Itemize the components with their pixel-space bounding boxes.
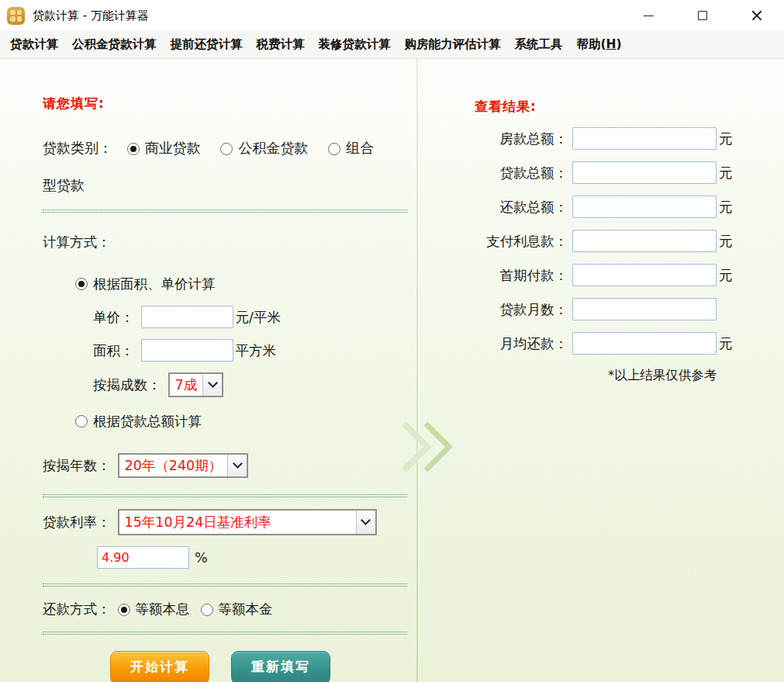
total-repayment-output[interactable] <box>572 196 717 218</box>
area-row: 面积： 平方米 <box>43 339 409 362</box>
dropdown-button[interactable] <box>227 455 247 476</box>
menu-help-prefix: 帮助( <box>577 37 606 51</box>
total-loan-output[interactable] <box>572 161 717 184</box>
chevron-down-icon <box>233 459 243 469</box>
menu-early-repay-calc[interactable]: 提前还贷计算 <box>164 33 250 56</box>
interest-rate-row: 贷款利率： 15年10月24日基准利率 <box>43 509 409 535</box>
app-icon <box>7 7 25 25</box>
radio-equal-principal[interactable]: 等额本金 <box>201 600 273 618</box>
radio-commercial-loan[interactable]: 商业贷款 <box>127 140 201 156</box>
radio-icon <box>220 143 233 155</box>
result-label: 月均还款： <box>475 334 568 353</box>
result-row-total-repayment: 还款总额： 元 <box>475 196 784 218</box>
result-row-total-interest: 支付利息款： 元 <box>475 230 784 252</box>
radio-fund-loan[interactable]: 公积金贷款 <box>220 140 308 156</box>
menu-help-suffix: ) <box>616 37 622 51</box>
yuan-suffix: 元 <box>719 334 733 353</box>
menu-system-tools[interactable]: 系统工具 <box>508 33 570 56</box>
repay-method-row: 还款方式： 等额本息 等额本金 <box>43 600 409 618</box>
interest-rate-select[interactable]: 15年10月24日基准利率 <box>118 509 377 535</box>
result-row-monthly-payment: 月均还款： 元 <box>475 332 784 355</box>
total-house-price-output[interactable] <box>572 127 717 150</box>
menu-renovation-loan-calc[interactable]: 装修贷款计算 <box>312 33 398 56</box>
radio-equal-installment[interactable]: 等额本息 <box>118 600 190 618</box>
mortgage-ratio-row: 按揭成数： 7成 <box>43 372 409 397</box>
menu-loan-calc[interactable]: 贷款计算 <box>3 33 65 56</box>
rate-percent-input[interactable] <box>97 546 189 569</box>
dropdown-button[interactable] <box>202 374 222 396</box>
unit-price-label: 单价： <box>93 308 134 327</box>
maximize-button[interactable] <box>675 0 730 31</box>
menu-fund-loan-calc[interactable]: 公积金贷款计算 <box>65 33 164 56</box>
menu-tax-calc[interactable]: 税费计算 <box>250 33 312 56</box>
radio-icon <box>75 278 88 290</box>
result-label: 贷款总额： <box>475 164 568 182</box>
menu-help-key: H <box>606 37 616 51</box>
dropdown-button[interactable] <box>356 511 375 534</box>
down-payment-output[interactable] <box>572 264 717 286</box>
results-rows: 房款总额： 元 贷款总额： 元 还款总额： 元 支付利息款： 元 首期付款： <box>475 127 784 355</box>
area-label: 面积： <box>93 341 134 360</box>
close-button[interactable] <box>730 0 784 31</box>
menu-help[interactable]: 帮助(H) <box>570 33 629 56</box>
chevron-down-icon <box>208 378 218 388</box>
loan-months-output[interactable] <box>572 298 717 320</box>
mortgage-ratio-label: 按揭成数： <box>93 376 161 394</box>
calculate-button[interactable]: 开始计算 <box>110 651 209 682</box>
radio-by-total[interactable]: 根据贷款总额计算 <box>43 412 409 431</box>
radio-icon <box>75 415 88 428</box>
result-label: 贷款月数： <box>475 300 568 319</box>
radio-commercial-loan-label: 商业贷款 <box>145 140 201 156</box>
total-interest-output[interactable] <box>572 230 717 252</box>
dotted-divider <box>43 209 407 213</box>
result-label: 首期付款： <box>475 266 568 285</box>
form-heading: 请您填写: <box>43 59 409 113</box>
dotted-divider <box>43 494 407 497</box>
area-input[interactable] <box>141 339 233 362</box>
unit-price-row: 单价： 元/平米 <box>43 306 409 328</box>
mortgage-years-label: 按揭年数： <box>43 456 111 475</box>
calc-method-label: 计算方式： <box>43 233 409 251</box>
main-content: 请您填写: 贷款类别： 商业贷款 公积金贷款 组合型贷款 计算方式： 根据面积、… <box>0 59 784 682</box>
area-suffix: 平方米 <box>236 341 277 360</box>
radio-icon <box>118 604 130 616</box>
radio-by-total-label: 根据贷款总额计算 <box>93 412 202 431</box>
unit-price-input[interactable] <box>141 306 233 328</box>
minimize-button[interactable] <box>621 0 675 31</box>
result-row-total-loan: 贷款总额： 元 <box>475 161 784 184</box>
results-heading: 查看结果: <box>475 59 784 116</box>
minimize-icon <box>644 16 654 16</box>
radio-equal-installment-label: 等额本息 <box>136 601 190 617</box>
result-row-loan-months: 贷款月数： <box>475 298 784 320</box>
mortgage-ratio-select[interactable]: 7成 <box>168 372 224 397</box>
result-label: 还款总额： <box>475 198 568 216</box>
radio-equal-principal-label: 等额本金 <box>219 601 273 617</box>
reset-button[interactable]: 重新填写 <box>231 651 330 682</box>
title-bar: 贷款计算 - 万能计算器 <box>0 0 784 31</box>
percent-suffix: % <box>195 550 208 566</box>
menu-bar: 贷款计算 公积金贷款计算 提前还贷计算 税费计算 装修贷款计算 购房能力评估计算… <box>0 31 784 59</box>
input-panel: 请您填写: 贷款类别： 商业贷款 公积金贷款 组合型贷款 计算方式： 根据面积、… <box>0 59 416 682</box>
result-row-down-payment: 首期付款： 元 <box>475 264 784 286</box>
dotted-divider <box>43 583 407 587</box>
menu-affordability-calc[interactable]: 购房能力评估计算 <box>398 33 508 56</box>
monthly-payment-output[interactable] <box>572 332 717 355</box>
radio-icon <box>127 143 140 155</box>
loan-type-label: 贷款类别： <box>43 140 112 156</box>
rate-percent-row: % <box>43 546 409 569</box>
mortgage-years-row: 按揭年数： 20年（240期） <box>43 453 409 478</box>
radio-icon <box>328 143 340 155</box>
result-row-total-house-price: 房款总额： 元 <box>475 127 784 150</box>
radio-icon <box>201 604 213 616</box>
interest-rate-value: 15年10月24日基准利率 <box>119 511 356 534</box>
yuan-suffix: 元 <box>719 266 733 285</box>
unit-price-suffix: 元/平米 <box>236 308 281 327</box>
button-row: 开始计算 重新填写 <box>43 651 409 682</box>
results-disclaimer: *以上结果仅供参考 <box>475 367 784 384</box>
repay-method-label: 还款方式： <box>43 600 111 618</box>
yuan-suffix: 元 <box>719 198 733 216</box>
mortgage-ratio-value: 7成 <box>170 374 203 396</box>
radio-by-area[interactable]: 根据面积、单价计算 <box>43 275 409 293</box>
mortgage-years-select[interactable]: 20年（240期） <box>118 453 249 478</box>
loan-type-row: 贷款类别： 商业贷款 公积金贷款 组合型贷款 <box>43 130 385 204</box>
